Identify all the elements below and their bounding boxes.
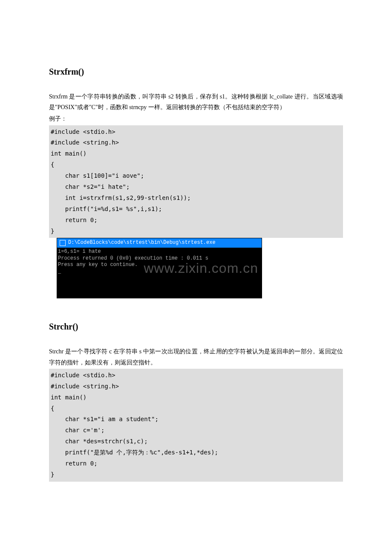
terminal-line: i=6,s1= i hate [58,249,261,255]
example-label: 例子： [49,113,343,124]
code-block-strxfrm: #include <stdio.h> #include <string.h> i… [49,125,343,238]
terminal-titlebar: D:\CodeBlocks\code\strtest\bin\Debug\str… [57,238,262,248]
strxfrm-description: Strxfrm 是一个字符串转换的函数，叫字符串 s2 转换后，保存到 s1。这… [49,91,343,113]
heading-strchr: Strchr() [49,319,343,334]
heading-strxfrm: Strxfrm() [49,64,343,79]
terminal-title-text: D:\CodeBlocks\code\strtest\bin\Debug\str… [68,240,216,246]
code-block-strchr: #include <stdio.h> #include <string.h> i… [49,369,343,482]
page: Strxfrm() Strxfrm 是一个字符串转换的函数，叫字符串 s2 转换… [0,0,392,555]
terminal-window: D:\CodeBlocks\code\strtest\bin\Debug\str… [57,238,262,298]
section-gap [49,298,343,319]
terminal-body: i=6,s1= i hate Process returned 0 (0x0) … [57,248,262,276]
strchr-description: Strchr 是一个寻找字符 c 在字符串 s 中第一次出现的位置，终止用的空字… [49,346,343,367]
window-icon [60,240,66,246]
watermark: www.zixin.com.cn [144,260,259,278]
